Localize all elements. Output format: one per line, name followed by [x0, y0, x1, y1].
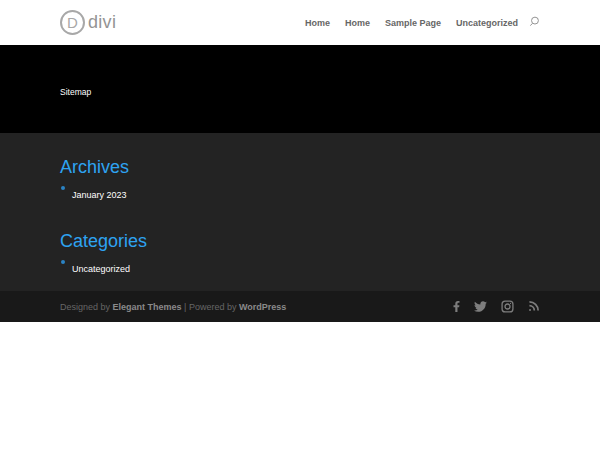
archive-link-january-2023[interactable]: January 2023	[72, 190, 127, 200]
footer-credits: Designed by Elegant Themes | Powered by …	[60, 302, 286, 312]
facebook-link[interactable]	[453, 300, 460, 313]
search-icon	[529, 15, 540, 30]
footer-widget-categories: Categories Uncategorized	[60, 232, 540, 276]
nav-item-home-1[interactable]: Home	[305, 18, 330, 28]
categories-list: Uncategorized	[60, 257, 540, 276]
archives-list: January 2023	[60, 183, 540, 202]
category-link-uncategorized[interactable]: Uncategorized	[72, 264, 130, 274]
wordpress-link[interactable]: WordPress	[239, 302, 286, 312]
site-logo[interactable]: D divi	[60, 10, 116, 35]
page-title: Sitemap	[60, 87, 91, 97]
widget-title-archives: Archives	[60, 158, 540, 176]
instagram-icon	[501, 300, 514, 313]
social-links	[440, 300, 540, 313]
elegant-themes-link[interactable]: Elegant Themes	[113, 302, 182, 312]
list-item: January 2023	[60, 183, 540, 202]
nav-item-sample-page[interactable]: Sample Page	[385, 18, 441, 28]
site-header: D divi Home Home Sample Page Uncategoriz…	[0, 0, 600, 45]
credits-separator: | Powered by	[182, 302, 239, 312]
logo-text: divi	[88, 12, 116, 33]
instagram-link[interactable]	[501, 300, 514, 313]
logo-circle-d: D	[60, 10, 85, 35]
rss-icon	[527, 300, 540, 313]
facebook-icon	[453, 300, 460, 313]
twitter-icon	[473, 300, 488, 313]
footer-widget-archives: Archives January 2023	[60, 158, 540, 202]
credits-prefix: Designed by	[60, 302, 113, 312]
main-nav: Home Home Sample Page Uncategorized	[290, 15, 540, 30]
nav-item-uncategorized[interactable]: Uncategorized	[456, 18, 518, 28]
nav-item-home-2[interactable]: Home	[345, 18, 370, 28]
list-item: Uncategorized	[60, 257, 540, 276]
search-button[interactable]	[529, 15, 540, 30]
footer-bottom-bar: Designed by Elegant Themes | Powered by …	[0, 291, 600, 322]
widget-title-categories: Categories	[60, 232, 540, 250]
twitter-link[interactable]	[473, 300, 488, 313]
hero-section: Sitemap	[0, 45, 600, 133]
rss-link[interactable]	[527, 300, 540, 313]
footer-widgets-section: Archives January 2023 Categories Uncateg…	[0, 133, 600, 291]
